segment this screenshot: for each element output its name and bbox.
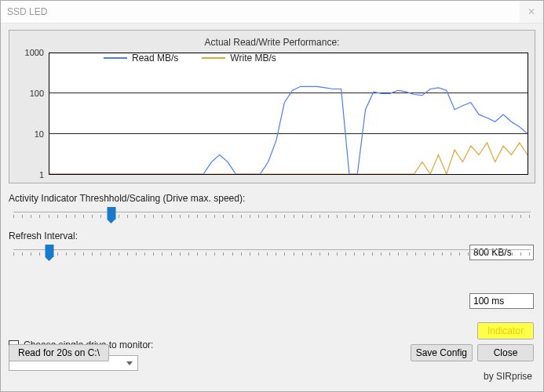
titlebar: SSD LED ✕ bbox=[1, 1, 543, 24]
threshold-slider[interactable] bbox=[13, 205, 531, 221]
threshold-section: Activity Indicator Threshhold/Scaling (D… bbox=[9, 193, 535, 221]
window-title: SSD LED bbox=[7, 6, 47, 17]
chart-legend: Read MB/s Write MB/s bbox=[104, 53, 276, 64]
save-config-button[interactable]: Save Config bbox=[411, 344, 473, 361]
plot-area bbox=[49, 53, 528, 175]
refresh-slider-thumb[interactable] bbox=[46, 245, 54, 257]
indicator-button[interactable]: Indicator bbox=[477, 322, 534, 339]
chart-panel: Actual Read/Write Performance: Read MB/s… bbox=[9, 30, 535, 183]
refresh-value-input[interactable] bbox=[469, 293, 534, 309]
legend-item-read: Read MB/s bbox=[104, 53, 178, 64]
read-burst-button[interactable]: Read for 20s on C:\ bbox=[9, 344, 109, 361]
threshold-label: Activity Indicator Threshhold/Scaling (D… bbox=[9, 193, 535, 204]
close-icon: ✕ bbox=[528, 6, 535, 17]
series-read-mb-s bbox=[49, 86, 528, 174]
credit-label: by SIRprise bbox=[484, 371, 532, 382]
content-area: Actual Read/Write Performance: Read MB/s… bbox=[1, 24, 543, 282]
y-axis: 1 10 100 1000 bbox=[16, 53, 49, 175]
refresh-slider-line bbox=[13, 249, 531, 250]
series-write-mb-s bbox=[49, 143, 528, 174]
threshold-slider-thumb[interactable] bbox=[108, 207, 116, 220]
refresh-label: Refresh Interval: bbox=[9, 230, 535, 241]
legend-label-read: Read MB/s bbox=[132, 53, 178, 64]
refresh-slider[interactable] bbox=[13, 243, 531, 259]
threshold-slider-line bbox=[13, 212, 531, 212]
legend-swatch-read bbox=[104, 57, 127, 59]
y-tick-100: 100 bbox=[30, 89, 44, 98]
y-tick-1: 1 bbox=[39, 170, 44, 180]
y-tick-1000: 1000 bbox=[25, 48, 44, 57]
app-window: SSD LED ✕ Actual Read/Write Performance:… bbox=[0, 0, 544, 392]
window-close-button[interactable]: ✕ bbox=[520, 1, 543, 23]
legend-label-write: Write MB/s bbox=[230, 53, 276, 64]
legend-swatch-write bbox=[202, 57, 225, 59]
close-button[interactable]: Close bbox=[477, 344, 534, 361]
y-tick-10: 10 bbox=[35, 129, 44, 139]
chart-svg bbox=[49, 53, 528, 174]
legend-item-write: Write MB/s bbox=[202, 53, 276, 64]
refresh-section: Refresh Interval: bbox=[9, 230, 535, 259]
plot-wrap: 1 10 100 1000 bbox=[16, 53, 528, 175]
chart-title: Actual Read/Write Performance: bbox=[16, 37, 528, 48]
